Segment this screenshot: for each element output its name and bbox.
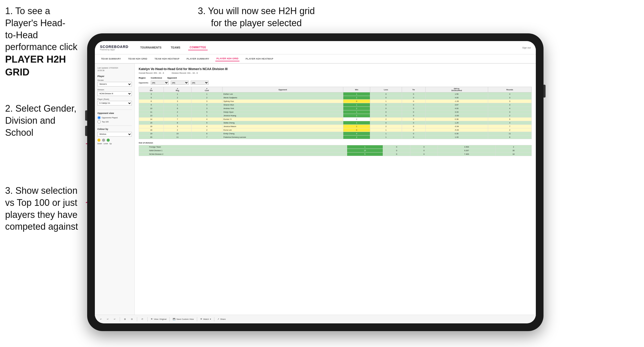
share-btn[interactable]: ↗ Share	[217, 318, 226, 320]
cell-div: 3	[139, 92, 164, 96]
toolbar-divider-4	[169, 317, 170, 321]
col-win: Win	[343, 87, 370, 92]
cell-reg: 1	[164, 92, 191, 96]
radio-opponents-played[interactable]: Opponents Played	[97, 116, 132, 119]
cell-win: 2	[343, 118, 370, 121]
ood-cell-diff: 9.267	[438, 149, 495, 152]
cell-reg: 8	[164, 121, 191, 125]
cell-rounds: 3	[488, 100, 531, 103]
toolbar-divider-3	[147, 317, 148, 321]
cell-div: 11	[139, 110, 164, 114]
cell-loss: 0	[370, 107, 402, 110]
cell-rounds: 11	[488, 132, 531, 136]
cell-tie: 0	[402, 114, 425, 118]
cell-reg: 1	[164, 103, 191, 107]
table-row: 14 7 4 Eunice Yi 2 2 0 0.38 9	[139, 118, 532, 121]
legend-up-dot	[107, 139, 110, 142]
cell-conf: 2	[191, 96, 222, 100]
cell-div: 5	[139, 96, 164, 100]
sub-nav-player-h2h-grid[interactable]: PLAYER H2H GRID	[215, 56, 239, 61]
sub-nav-player-h2h-heatmap[interactable]: PLAYER H2H HEATMAP	[245, 56, 274, 61]
ood-cell-rounds: 30	[496, 149, 532, 152]
save-custom-view-btn[interactable]: 💾 Save Custom View	[173, 318, 194, 320]
opponent-view-label: Opponent view	[97, 112, 132, 114]
power-button[interactable]	[544, 85, 546, 98]
cell-conf: 2	[191, 128, 222, 132]
cell-opponent: Eunice Yi	[222, 118, 343, 121]
volume-down-button[interactable]	[85, 126, 87, 136]
cell-tie: 0	[402, 107, 425, 110]
radio-top-100[interactable]: Top 100	[97, 120, 132, 123]
cell-div: 20	[139, 136, 164, 139]
ood-cell-win: 1	[347, 145, 383, 149]
cell-tie: 0	[402, 103, 425, 107]
col-tie: Tie	[402, 87, 425, 92]
sub-nav-team-summary[interactable]: TEAM SUMMARY	[100, 56, 122, 61]
cell-conf: 4	[191, 103, 222, 107]
ood-cell-team: NAIA Division 1	[139, 149, 347, 152]
sub-nav-team-h2h-heatmap[interactable]: TEAM H2H HEATMAP	[154, 56, 180, 61]
filter-row: Region Conference Opponent	[139, 77, 532, 79]
region-label: Region	[139, 77, 146, 79]
opponent-select[interactable]: (All)	[191, 81, 209, 85]
ood-cell-loss: 0	[383, 145, 410, 149]
view-original-btn[interactable]: 👁 View: Original	[151, 318, 166, 320]
cell-loss: 1	[370, 100, 402, 103]
ood-cell-diff: 4.500	[438, 145, 495, 149]
col-rounds: Rounds	[488, 87, 531, 92]
conference-select[interactable]: (All)	[171, 81, 189, 85]
cell-loss: 0	[370, 92, 402, 96]
cell-opponent: Sydney Kuo	[222, 100, 343, 103]
nav-committee[interactable]: COMMITTEE	[188, 45, 208, 50]
sign-out[interactable]: Sign out	[522, 46, 531, 49]
ood-cell-win: 15	[347, 149, 383, 152]
grid-records: Overall Record: 353 - 34 - 6 Division Re…	[139, 72, 532, 74]
region-select[interactable]: (All)	[151, 81, 169, 85]
cell-tie: 0	[402, 110, 425, 114]
cell-diff: 1.25	[425, 121, 488, 125]
ood-cell-team: NCAA Division 2	[139, 152, 347, 156]
cell-div: 9	[139, 103, 164, 107]
colour-legend-labels: Down Level Up	[97, 143, 132, 144]
cell-div: 15	[139, 121, 164, 125]
cell-opponent: Jessica Mason	[222, 125, 343, 128]
toolbar-divider-6	[214, 317, 214, 321]
h2h-table-wrap: #Div #Reg #Conf Opponent Win Loss Tie Di…	[139, 87, 532, 156]
tablet-screen: SCOREBOARD Powered by clippd TOURNAMENTS…	[95, 41, 536, 323]
cell-rounds: 3	[488, 110, 531, 114]
sidebar-divider-2	[97, 126, 132, 126]
cell-win: 4	[343, 132, 370, 136]
table-row: 20 11 7 Federica Domecq Lacroze 2 1 0 1.…	[139, 136, 532, 139]
ood-cell-tie: 0	[410, 149, 438, 152]
sub-nav-player-summary[interactable]: PLAYER SUMMARY	[186, 56, 210, 61]
division-select[interactable]: NCAA Division III	[97, 91, 132, 96]
ood-cell-loss: 0	[383, 152, 410, 156]
cell-loss: 1	[370, 128, 402, 132]
nav-teams[interactable]: TEAMS	[169, 45, 182, 50]
division-record: Division Record: 331 - 34 - 6	[172, 72, 198, 74]
col-opponent: Opponent	[222, 87, 343, 92]
cell-opponent: Sharon Mun	[222, 103, 343, 107]
opponents-label: Opponents:	[139, 82, 149, 84]
colour-by-select[interactable]: Win/loss	[97, 132, 132, 137]
cell-win: 0	[343, 100, 370, 103]
cell-win: 1	[343, 92, 370, 96]
nav-tournaments[interactable]: TOURNAMENTS	[139, 45, 163, 50]
table-row: 3 1 1 Esther Lee 1 0 0 1.50 4	[139, 92, 532, 96]
cell-rounds: 3	[488, 96, 531, 100]
logo: SCOREBOARD Powered by clippd	[100, 45, 128, 51]
gender-select[interactable]: Women's	[97, 82, 132, 86]
player-rank-select[interactable]: 8. Katelyn Vo	[97, 101, 132, 105]
clock-btn[interactable]: ⏱	[140, 317, 144, 321]
volume-up-button[interactable]	[85, 110, 87, 121]
cell-win: 1	[343, 110, 370, 114]
cell-div: 16	[139, 125, 164, 128]
cell-tie: 0	[402, 118, 425, 121]
table-row: 13 1 1 Jessica Huang 1 0 0 -3.00 2	[139, 114, 532, 118]
cell-div: 13	[139, 114, 164, 118]
cell-div: 18	[139, 128, 164, 132]
grid-title: Katelyn Vo Head-to-Head Grid for Women's…	[139, 67, 532, 71]
watch-btn[interactable]: 👁 Watch ▾	[200, 318, 211, 320]
cell-div: 19	[139, 132, 164, 136]
sub-nav-team-h2h-grid[interactable]: TEAM H2H GRID	[127, 56, 148, 61]
